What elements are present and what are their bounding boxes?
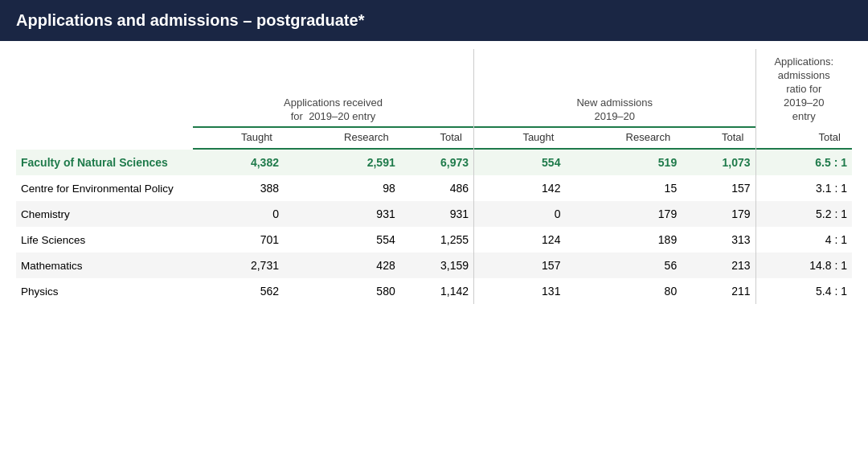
- dept-name: Physics: [16, 278, 193, 304]
- table-body: Faculty of Natural Sciences 4,382 2,591 …: [16, 150, 852, 304]
- page-wrapper: Applications and admissions – postgradua…: [0, 0, 868, 320]
- applications-group-header: Applications receivedfor 2019–20 entry: [193, 49, 474, 126]
- table-row: Mathematics 2,731 428 3,159 157 56 213 1…: [16, 253, 852, 278]
- adm-taught: 131: [474, 278, 566, 304]
- adm-taught: 157: [474, 253, 566, 278]
- app-research: 580: [284, 278, 400, 304]
- empty-header: [16, 49, 193, 126]
- header-ratio-total: Total: [755, 128, 852, 148]
- ratio: 5.2 : 1: [755, 201, 852, 227]
- dept-name: Mathematics: [16, 253, 193, 278]
- app-taught: 562: [193, 278, 284, 304]
- adm-taught: 0: [474, 201, 566, 227]
- app-total: 6,973: [400, 150, 474, 175]
- ratio-group-header: Applications:admissionsratio for2019–20e…: [755, 49, 852, 126]
- adm-research: 189: [565, 227, 682, 253]
- table-row: Chemistry 0 931 931 0 179 179 5.2 : 1: [16, 201, 852, 227]
- adm-research: 80: [565, 278, 682, 304]
- ratio: 3.1 : 1: [755, 175, 852, 201]
- adm-taught: 142: [474, 175, 566, 201]
- adm-total: 313: [682, 227, 755, 253]
- page-title: Applications and admissions – postgradua…: [16, 11, 364, 29]
- sub-header-row: Taught Research Total Taught Research To…: [16, 128, 852, 148]
- app-taught: 388: [193, 175, 284, 201]
- adm-research: 519: [565, 150, 682, 175]
- header-research-2: Research: [565, 128, 682, 148]
- app-total: 931: [400, 201, 474, 227]
- app-total: 1,142: [400, 278, 474, 304]
- table-row: Faculty of Natural Sciences 4,382 2,591 …: [16, 150, 852, 175]
- ratio: 5.4 : 1: [755, 278, 852, 304]
- app-taught: 701: [193, 227, 284, 253]
- header-total-2: Total: [682, 128, 755, 148]
- dept-name: Centre for Environmental Policy: [16, 175, 193, 201]
- ratio: 6.5 : 1: [755, 150, 852, 175]
- data-table: Applications receivedfor 2019–20 entry N…: [16, 49, 852, 304]
- group-header-row: Applications receivedfor 2019–20 entry N…: [16, 49, 852, 126]
- app-research: 931: [284, 201, 400, 227]
- table-row: Life Sciences 701 554 1,255 124 189 313 …: [16, 227, 852, 253]
- dept-name: Chemistry: [16, 201, 193, 227]
- app-taught: 0: [193, 201, 284, 227]
- sub-empty: [16, 128, 193, 148]
- app-total: 486: [400, 175, 474, 201]
- page-header: Applications and admissions – postgradua…: [0, 0, 868, 41]
- header-taught-1: Taught: [193, 128, 284, 148]
- app-research: 98: [284, 175, 400, 201]
- header-research-1: Research: [284, 128, 400, 148]
- dept-name: Life Sciences: [16, 227, 193, 253]
- app-total: 1,255: [400, 227, 474, 253]
- app-research: 554: [284, 227, 400, 253]
- adm-research: 56: [565, 253, 682, 278]
- admissions-group-header: New admissions2019–20: [474, 49, 756, 126]
- ratio: 4 : 1: [755, 227, 852, 253]
- table-container: Applications receivedfor 2019–20 entry N…: [0, 41, 868, 320]
- app-total: 3,159: [400, 253, 474, 278]
- adm-research: 15: [565, 175, 682, 201]
- table-row: Physics 562 580 1,142 131 80 211 5.4 : 1: [16, 278, 852, 304]
- adm-total: 213: [682, 253, 755, 278]
- app-taught: 2,731: [193, 253, 284, 278]
- dept-name: Faculty of Natural Sciences: [16, 150, 193, 175]
- ratio: 14.8 : 1: [755, 253, 852, 278]
- adm-taught: 554: [474, 150, 566, 175]
- adm-total: 157: [682, 175, 755, 201]
- adm-total: 1,073: [682, 150, 755, 175]
- app-research: 428: [284, 253, 400, 278]
- adm-total: 211: [682, 278, 755, 304]
- table-row: Centre for Environmental Policy 388 98 4…: [16, 175, 852, 201]
- adm-total: 179: [682, 201, 755, 227]
- header-total-1: Total: [400, 128, 474, 148]
- adm-research: 179: [565, 201, 682, 227]
- adm-taught: 124: [474, 227, 566, 253]
- app-research: 2,591: [284, 150, 400, 175]
- app-taught: 4,382: [193, 150, 284, 175]
- header-taught-2: Taught: [474, 128, 566, 148]
